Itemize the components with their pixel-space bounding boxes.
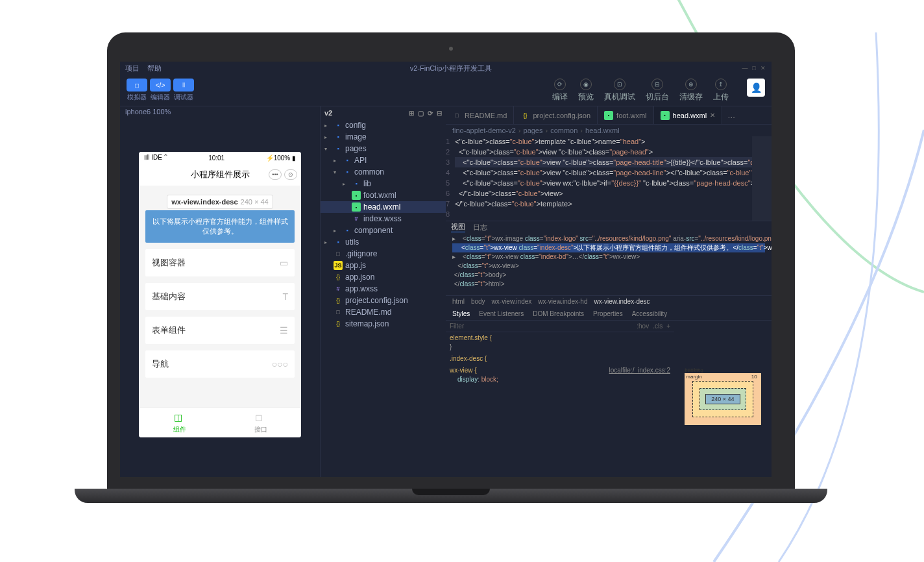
preview-button[interactable]: ◉预览 [578,79,594,103]
element-node[interactable]: ▸ <class="t">wx-image class="index-logo"… [452,234,765,243]
list-icon: ☰ [280,325,288,336]
file-explorer: v2 ⊞ ▢ ⟳ ⊟ ▸▪config▸▪image▾▪pages▸▪API▾▪… [320,106,446,477]
editor-panel: □ README.md{} project.config.json▪ foot.… [446,106,772,477]
styles-sub-tab[interactable]: DOM Breakpoints [533,310,584,317]
element-crumb[interactable]: wx-view.index-desc [594,298,650,305]
editor-tab[interactable]: {} project.config.json [514,106,598,124]
breadcrumb: fino-applet-demo-v2›pages›common›head.wx… [446,125,772,136]
hov-toggle[interactable]: :hov [637,323,649,330]
tab-overflow-icon[interactable]: … [722,106,740,124]
remote-debug-button[interactable]: ⊡真机调试 [604,79,635,103]
breadcrumb-segment[interactable]: head.wxml [585,127,620,134]
file-node[interactable]: #app.wxss [321,283,446,295]
index-desc[interactable]: 以下将展示小程序官方组件能力，组件样式仅供参考。 [145,210,295,243]
styles-filter-input[interactable]: Filter [450,323,464,330]
file-node[interactable]: □.gitignore [321,248,446,260]
folder-node[interactable]: ▾▪common [321,166,446,178]
folder-node[interactable]: ▸▪component [321,225,446,236]
tabbar-api[interactable]: ◻接口 [220,408,301,437]
styles-sub-tab[interactable]: Event Listeners [479,310,524,317]
element-crumb[interactable]: body [471,298,485,305]
editor-tab[interactable]: ▪ head.wxml✕ [654,106,723,124]
editor-toggle[interactable]: </>编辑器 [150,79,171,102]
css-rule[interactable]: .index-desc {</span></div><div class="p"… [446,353,674,365]
minimap[interactable] [752,136,772,221]
folder-node[interactable]: ▸▪config [321,119,446,131]
minimize-icon[interactable]: — [742,65,748,71]
debugger-toggle[interactable]: ⦀调试器 [173,79,194,102]
collapse-icon[interactable]: ⊟ [437,110,442,117]
file-node[interactable]: □README.md [321,306,446,318]
add-rule-button[interactable]: + [666,323,670,330]
file-node[interactable]: #index.wxss [321,213,446,225]
breadcrumb-segment[interactable]: pages [524,127,543,134]
file-node[interactable]: {}sitemap.json [321,318,446,330]
folder-node[interactable]: ▸▪API [321,154,446,166]
file-node[interactable]: {}app.json [321,271,446,283]
menu-project[interactable]: 项目 [125,64,140,73]
devtools-tab-view[interactable]: 视图 [451,222,465,232]
menu-bar: 项目 帮助 v2-FinClip小程序开发工具 — □ ✕ [120,62,772,75]
menu-help[interactable]: 帮助 [147,64,162,73]
element-node[interactable]: ▸ <class="t">wx-view class="index-bd">…<… [452,252,765,262]
capsule-menu-icon[interactable]: ••• [269,169,282,180]
editor-tab[interactable]: □ README.md [446,106,514,124]
maximize-icon[interactable]: □ [751,65,757,71]
toolbar: □模拟器 </>编辑器 ⦀调试器 ⟳编译 ◉预览 ⊡真机调试 ⊟切后台 ⊗清缓存… [120,75,772,106]
new-file-icon[interactable]: ⊞ [409,110,414,117]
breadcrumb-segment[interactable]: fino-applet-demo-v2 [452,127,516,134]
element-node[interactable]: </class="t">wx-view> [452,262,765,271]
tabbar-components[interactable]: ◫组件 [139,408,220,437]
list-item[interactable]: 视图容器▭ [145,249,295,276]
styles-sub-tab[interactable]: Properties [593,310,623,317]
css-rule[interactable]: wx-view {localfile:/_index.css:2display:… [446,365,674,385]
close-tab-icon[interactable]: ✕ [710,112,715,119]
element-node[interactable]: <class="t">wx-view class="index-desc">以下… [452,243,765,252]
elements-tree[interactable]: ▸ <class="t">wx-image class="index-logo"… [446,233,772,295]
css-rule[interactable]: element.style {} [446,332,674,353]
file-node[interactable]: JSapp.js [321,260,446,271]
element-node[interactable]: </class="t">body> [452,271,765,280]
folder-node[interactable]: ▾▪pages [321,143,446,154]
laptop-base [75,489,827,503]
file-node[interactable]: ▪foot.wxml [321,189,446,201]
phone-status-bar: ⦀ll IDE ⌃ 10:01 ⚡100% ▮ [139,152,301,164]
list-item[interactable]: 表单组件☰ [145,317,295,344]
element-crumb[interactable]: html [452,298,465,305]
webcam-dot [449,47,453,51]
refresh-icon[interactable]: ⟳ [428,110,433,117]
app-window: 项目 帮助 v2-FinClip小程序开发工具 — □ ✕ □模拟器 </>编辑… [120,62,772,477]
simulator-toggle[interactable]: □模拟器 [127,79,147,102]
folder-node[interactable]: ▸▪image [321,131,446,143]
list-item[interactable]: 基础内容T [145,283,295,310]
devtools-tab-log[interactable]: 日志 [473,223,487,232]
folder-node[interactable]: ▸▪lib [321,178,446,189]
file-node[interactable]: ▪head.wxml [321,201,446,213]
card-icon: ▭ [280,258,288,268]
close-icon[interactable]: ✕ [760,65,766,71]
styles-sub-tab[interactable]: Styles [452,310,470,317]
element-node[interactable]: </class="t">html> [452,280,765,289]
element-crumb[interactable]: wx-view.index [492,298,532,305]
avatar[interactable]: 👤 [747,79,765,97]
box-model: margin 10 border padding 240 × 44 [674,321,772,477]
folder-node[interactable]: ▸▪utils [321,236,446,248]
editor-tab[interactable]: ▪ foot.wxml [598,106,653,124]
clear-cache-button[interactable]: ⊗清缓存 [679,79,703,103]
compile-button[interactable]: ⟳编译 [552,79,568,103]
new-folder-icon[interactable]: ▢ [418,110,424,117]
styles-panel[interactable]: Filter :hov .cls + element.style {}.inde… [446,321,674,477]
list-item[interactable]: 导航○○○ [145,350,295,378]
code-editor[interactable]: 12345678 <"c-lblue">class="c-blue">templ… [446,136,772,221]
element-crumb[interactable]: wx-view.index-hd [538,298,587,305]
cls-toggle[interactable]: .cls [653,323,663,330]
background-button[interactable]: ⊟切后台 [646,79,669,103]
upload-button[interactable]: ↥上传 [713,79,729,103]
capsule-close-icon[interactable]: ⊙ [284,169,297,180]
breadcrumb-segment[interactable]: common [550,127,578,134]
window-title: v2-FinClip小程序开发工具 [410,64,492,73]
file-node[interactable]: {}project.config.json [321,295,446,306]
styles-sub-tab[interactable]: Accessibility [632,310,667,317]
dots-icon: ○○○ [272,359,288,369]
inspector-tooltip: wx-view.index-desc240 × 44 [167,195,273,209]
